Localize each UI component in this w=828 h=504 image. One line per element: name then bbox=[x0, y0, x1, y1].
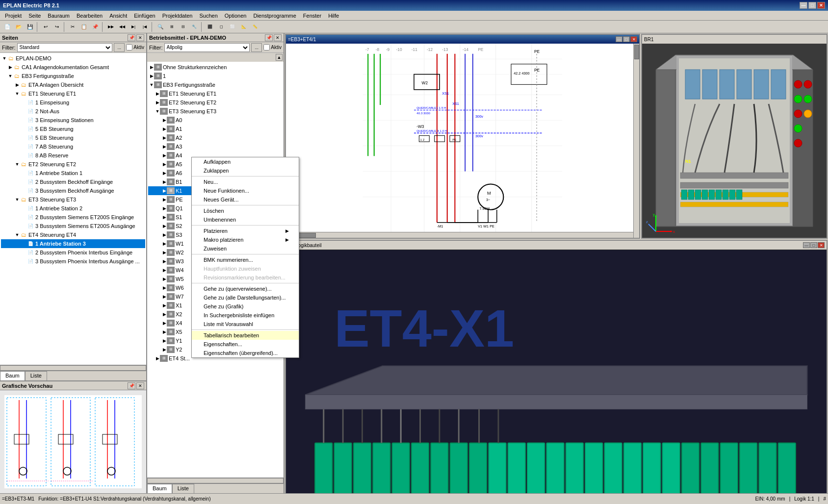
tree-item-et3[interactable]: ▼ 🗂 ET3 Steuerung ET3 bbox=[1, 195, 145, 204]
tree-item-p2[interactable]: 📄 2 Not-Aus bbox=[1, 107, 145, 116]
menu-optionen[interactable]: Optionen bbox=[222, 12, 250, 20]
logik-canvas[interactable]: ET4-X1 x y z +ET3 bbox=[286, 250, 827, 504]
tree-item-p7[interactable]: 📄 7 AB Steuerung bbox=[1, 142, 145, 151]
toolbar-b12[interactable]: 📏 bbox=[250, 22, 260, 32]
seiten-filter-btn[interactable]: ... bbox=[114, 43, 125, 52]
tree-item-p5[interactable]: 📄 5 EB Steuerung bbox=[1, 125, 145, 133]
logik-close[interactable]: ✕ bbox=[818, 242, 825, 248]
ctx-liste-vorauswahl[interactable]: Liste mit Vorauswahl bbox=[192, 320, 299, 328]
window-controls[interactable]: — □ ✕ bbox=[800, 2, 825, 9]
bm-item-et1[interactable]: ▶ ⊞ ET1 Steuerung ET1 bbox=[148, 89, 283, 98]
seiten-aktiv-checkbox[interactable]: Aktiv bbox=[126, 44, 144, 50]
ctx-eigenschaften[interactable]: Eigenschaften... bbox=[192, 340, 299, 349]
preview-pin[interactable]: 📌 bbox=[128, 382, 135, 389]
toolbar-b4[interactable]: |◀ bbox=[139, 22, 150, 32]
bm-filter-btn[interactable]: ... bbox=[251, 43, 262, 52]
bm-close[interactable]: ✕ bbox=[274, 34, 282, 41]
ctx-neu[interactable]: Neu... bbox=[192, 177, 299, 186]
tree-item-eplan-demo[interactable]: ▼ 🗂 EPLAN-DEMO bbox=[1, 54, 145, 63]
tree-item-et2[interactable]: ▼ 🗂 ET2 Steuerung ET2 bbox=[1, 160, 145, 169]
toolbar-find[interactable]: 🔍 bbox=[155, 22, 166, 32]
toolbar-new[interactable]: 📄 bbox=[2, 22, 13, 32]
seiten-tree-hscroll[interactable] bbox=[0, 365, 146, 371]
toolbar-copy[interactable]: 📋 bbox=[78, 22, 89, 32]
bm-item-a3[interactable]: ▶ ⊞ A3 bbox=[148, 142, 283, 151]
minimize-btn[interactable]: — bbox=[800, 2, 807, 9]
tree-item-et3p3[interactable]: 📄 3 Bussystem Siemens ET200S Ausgänge bbox=[1, 222, 145, 230]
toolbar-b1[interactable]: ▶▶ bbox=[105, 22, 116, 32]
tree-item-et2p1[interactable]: 📄 1 Antriebe Station 1 bbox=[1, 169, 145, 177]
ctx-umbenennen[interactable]: Umbenennen bbox=[192, 215, 299, 224]
ctx-gehe-zu-grafik[interactable]: Gehe zu (Grafik) bbox=[192, 302, 299, 311]
maximize-btn[interactable]: □ bbox=[808, 2, 816, 9]
ctx-neues-geraet[interactable]: Neues Gerät... bbox=[192, 195, 299, 204]
seiten-tree[interactable]: ▼ 🗂 EPLAN-DEMO ▶ 🗂 CA1 Anlagendokumentat… bbox=[0, 53, 146, 365]
tree-item-ca1[interactable]: ▶ 🗂 CA1 Anlagendokumentation Gesamt bbox=[1, 63, 145, 72]
menu-einfuegen[interactable]: Einfügen bbox=[131, 12, 158, 20]
menu-projektdaten[interactable]: Projektdaten bbox=[159, 12, 196, 20]
schematic-maximize[interactable]: □ bbox=[623, 36, 630, 42]
tree-item-et4p2[interactable]: 📄 2 Bussystem Phoenix Interbus Eingänge bbox=[1, 248, 145, 257]
tree-item-p3[interactable]: 📄 3 Einspeisung Stationen bbox=[1, 116, 145, 125]
ctx-makro-platzieren[interactable]: Makro platzieren ▶ bbox=[192, 235, 299, 244]
bm-filter-select[interactable]: Allpolig bbox=[164, 43, 250, 52]
toolbar-open[interactable]: 📂 bbox=[13, 22, 24, 32]
toolbar-b10[interactable]: ⬜ bbox=[227, 22, 238, 32]
bm-collapse-btn[interactable]: ▲ bbox=[276, 54, 283, 61]
ctx-aufklappen[interactable]: Aufklappen bbox=[192, 157, 299, 166]
bm-item-a2[interactable]: ▶ ⊞ A2 bbox=[148, 133, 283, 142]
tree-item-p6[interactable]: 📄 5 EB Steuerung bbox=[1, 133, 145, 142]
bm-tab-liste[interactable]: Liste bbox=[172, 484, 194, 493]
menu-bauraum[interactable]: Bauraum bbox=[45, 12, 73, 20]
schematic-minimize[interactable]: — bbox=[616, 36, 622, 42]
menu-hilfe[interactable]: Hilfe bbox=[325, 12, 342, 20]
bm-item-et3[interactable]: ▼ ⊞ ET3 Steuerung ET3 bbox=[148, 107, 283, 116]
logik-maximize[interactable]: □ bbox=[810, 242, 817, 248]
seiten-tab-baum[interactable]: Baum bbox=[0, 371, 25, 380]
ctx-platzieren[interactable]: Platzieren ▶ bbox=[192, 227, 299, 235]
toolbar-cut[interactable]: ✂ bbox=[67, 22, 78, 32]
tree-item-et1[interactable]: ▼ 🗂 ET1 Steuerung ET1 bbox=[1, 89, 145, 98]
toolbar-undo[interactable]: ↩ bbox=[40, 22, 51, 32]
toolbar-paste[interactable]: 📌 bbox=[90, 22, 101, 32]
toolbar-save[interactable]: 💾 bbox=[25, 22, 35, 32]
tree-item-et2p2[interactable]: 📄 2 Bussystem Beckhoff Eingänge bbox=[1, 177, 145, 186]
schematic-vscroll[interactable] bbox=[633, 44, 639, 238]
ctx-tabellarisch[interactable]: Tabellarisch bearbeiten bbox=[192, 331, 299, 340]
ctx-suchergebnisliste[interactable]: In Suchergebnisliste einfügen bbox=[192, 311, 299, 320]
close-btn[interactable]: ✕ bbox=[817, 2, 825, 9]
menu-bearbeiten[interactable]: Bearbeiten bbox=[74, 12, 105, 20]
toolbar-b3[interactable]: ▶| bbox=[128, 22, 139, 32]
ctx-revisionsmarkierung[interactable]: Revisionsmarkierung bearbeiten... bbox=[192, 273, 299, 282]
bm-item-et2[interactable]: ▶ ⊞ ET2 Steuerung ET2 bbox=[148, 98, 283, 107]
toolbar-b6[interactable]: ⊟ bbox=[178, 22, 188, 32]
toolbar-b11[interactable]: 📐 bbox=[238, 22, 249, 32]
schematic-close[interactable]: ✕ bbox=[630, 36, 637, 42]
preview-close[interactable]: ✕ bbox=[136, 382, 144, 389]
seiten-close[interactable]: ✕ bbox=[136, 34, 144, 41]
bm-tab-baum[interactable]: Baum bbox=[147, 484, 172, 493]
toolbar-b5[interactable]: ⊞ bbox=[166, 22, 177, 32]
tree-item-et3p1[interactable]: 📄 1 Antriebe Station 2 bbox=[1, 204, 145, 213]
menu-seite[interactable]: Seite bbox=[26, 12, 44, 20]
ctx-hauptfunktion[interactable]: Hauptfunktion zuweisen bbox=[192, 264, 299, 273]
toolbar-redo[interactable]: ↪ bbox=[52, 22, 62, 32]
ctx-loeschen[interactable]: Löschen bbox=[192, 206, 299, 215]
menu-projekt[interactable]: Projekt bbox=[2, 12, 25, 20]
toolbar-b8[interactable]: ⬛ bbox=[205, 22, 215, 32]
logik-minimize[interactable]: — bbox=[803, 242, 810, 248]
ctx-zuklappen[interactable]: Zuklappen bbox=[192, 166, 299, 175]
tree-item-et4p3[interactable]: 📄 3 Bussystem Phoenix Interbus Ausgänge … bbox=[1, 257, 145, 266]
tree-item-et3p2[interactable]: 📄 2 Bussystem Siemens ET200S Eingänge bbox=[1, 213, 145, 222]
schematic-hscroll[interactable] bbox=[286, 232, 633, 238]
menu-ansicht[interactable]: Ansicht bbox=[106, 12, 130, 20]
ctx-eigenschaften-uebergreifend[interactable]: Eigenschaften (übergreifend)... bbox=[192, 349, 299, 357]
tree-item-p1[interactable]: 📄 1 Einspeisung bbox=[1, 98, 145, 107]
ctx-bmk-nummerieren[interactable]: BMK nummerieren... bbox=[192, 255, 299, 264]
menu-dienstprogramme[interactable]: Dienstprogramme bbox=[250, 12, 299, 20]
bm-item-a1[interactable]: ▶ ⊞ A1 bbox=[148, 125, 283, 133]
menu-suchen[interactable]: Suchen bbox=[196, 12, 220, 20]
schematic-canvas[interactable]: -7 -8 -9 -10 -11 -12 -13 -14 PE bbox=[286, 44, 639, 238]
bm-pin[interactable]: 📌 bbox=[265, 34, 273, 41]
ctx-gehe-zu-quer[interactable]: Gehe zu (querverwiesene)... bbox=[192, 284, 299, 293]
